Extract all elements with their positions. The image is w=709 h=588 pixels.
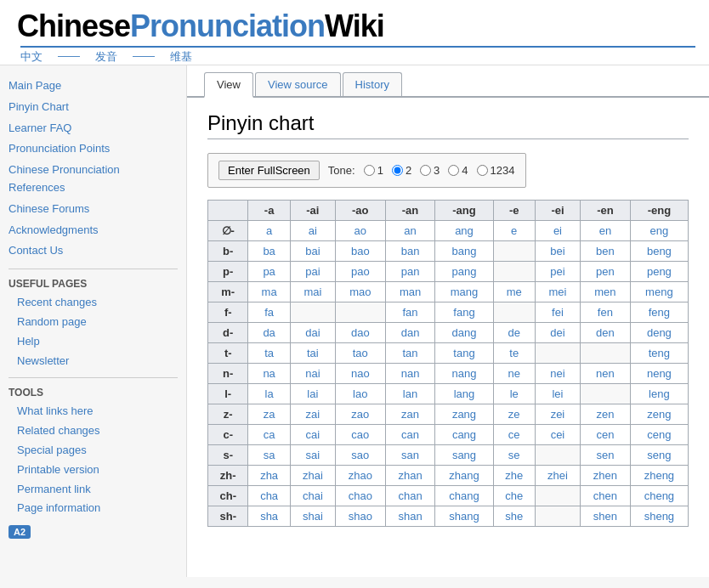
table-cell[interactable]: fen bbox=[581, 302, 631, 323]
table-cell[interactable]: peng bbox=[630, 262, 688, 282]
table-cell[interactable]: mao bbox=[335, 282, 385, 302]
table-cell[interactable]: che bbox=[493, 486, 535, 506]
table-cell[interactable]: zao bbox=[335, 404, 385, 425]
table-cell[interactable]: zai bbox=[290, 404, 335, 425]
tone-option-2[interactable]: 2 bbox=[392, 164, 411, 177]
tone-radio-2[interactable] bbox=[392, 165, 403, 176]
table-cell[interactable]: sao bbox=[335, 445, 385, 466]
table-cell[interactable]: e bbox=[493, 221, 535, 241]
table-cell[interactable]: te bbox=[493, 343, 535, 364]
table-cell[interactable]: man bbox=[385, 282, 435, 302]
table-cell[interactable]: nei bbox=[535, 364, 580, 384]
table-cell[interactable]: dan bbox=[385, 323, 435, 343]
table-cell[interactable]: nen bbox=[581, 364, 631, 384]
table-cell[interactable]: cha bbox=[248, 486, 290, 506]
table-cell[interactable]: bei bbox=[535, 241, 580, 262]
tone-radio-1234[interactable] bbox=[477, 165, 488, 176]
table-cell[interactable]: za bbox=[248, 404, 290, 425]
table-cell[interactable]: zhai bbox=[290, 466, 335, 486]
sidebar-item-main-page[interactable]: Main Page bbox=[9, 76, 178, 97]
table-cell[interactable]: nang bbox=[435, 364, 493, 384]
table-cell[interactable]: ce bbox=[493, 425, 535, 445]
sidebar-item-special-pages[interactable]: Special pages bbox=[9, 441, 178, 461]
tone-option-3[interactable]: 3 bbox=[420, 164, 440, 177]
table-cell[interactable]: da bbox=[248, 323, 290, 343]
table-cell[interactable]: pei bbox=[535, 262, 580, 282]
table-cell[interactable]: den bbox=[581, 323, 631, 343]
table-cell[interactable]: mei bbox=[535, 282, 580, 302]
tone-option-1234[interactable]: 1234 bbox=[477, 164, 515, 177]
table-cell[interactable]: deng bbox=[630, 323, 688, 343]
table-cell[interactable]: zan bbox=[385, 404, 435, 425]
table-cell[interactable]: lang bbox=[435, 384, 493, 404]
table-cell[interactable]: dai bbox=[290, 323, 335, 343]
table-cell[interactable]: sang bbox=[435, 445, 493, 466]
tone-radio-1[interactable] bbox=[364, 165, 375, 176]
sidebar-item-permanent-link[interactable]: Permanent link bbox=[9, 480, 178, 500]
tone-option-1[interactable]: 1 bbox=[364, 164, 383, 177]
sidebar-item-printable-version[interactable]: Printable version bbox=[9, 461, 178, 480]
table-cell[interactable]: chen bbox=[581, 486, 631, 506]
sidebar-item-pronunciation-points[interactable]: Pronunciation Points bbox=[9, 139, 178, 160]
sidebar-item-related-changes[interactable]: Related changes bbox=[9, 421, 178, 441]
table-cell[interactable]: shan bbox=[385, 506, 435, 527]
table-cell[interactable]: meng bbox=[630, 282, 688, 302]
sidebar-item-help[interactable]: Help bbox=[9, 332, 178, 352]
table-cell[interactable]: teng bbox=[630, 343, 688, 364]
table-cell[interactable]: ang bbox=[435, 221, 493, 241]
table-cell[interactable]: zheng bbox=[630, 466, 688, 486]
table-cell[interactable]: nai bbox=[290, 364, 335, 384]
table-cell[interactable]: la bbox=[248, 384, 290, 404]
sidebar-item-chinese-pronunciation-references[interactable]: Chinese Pronunciation References bbox=[9, 160, 178, 199]
table-cell[interactable]: pa bbox=[248, 262, 290, 282]
table-cell[interactable]: cang bbox=[435, 425, 493, 445]
table-cell[interactable]: shen bbox=[581, 506, 631, 527]
table-cell[interactable]: pai bbox=[290, 262, 335, 282]
table-cell[interactable]: seng bbox=[630, 445, 688, 466]
tab-view[interactable]: View bbox=[204, 72, 253, 98]
table-cell[interactable]: pan bbox=[385, 262, 435, 282]
table-cell[interactable]: zei bbox=[535, 404, 580, 425]
sidebar-item-newsletter[interactable]: Newsletter bbox=[9, 352, 178, 371]
table-cell[interactable]: shao bbox=[335, 506, 385, 527]
sidebar-item-chinese-forums[interactable]: Chinese Forums bbox=[9, 199, 178, 220]
sidebar-item-acknowledgments[interactable]: Acknowledgments bbox=[9, 220, 178, 241]
table-cell[interactable]: dao bbox=[335, 323, 385, 343]
table-cell[interactable]: ei bbox=[535, 221, 580, 241]
tab-history[interactable]: History bbox=[343, 72, 402, 96]
table-cell[interactable]: ze bbox=[493, 404, 535, 425]
table-cell[interactable]: beng bbox=[630, 241, 688, 262]
table-cell[interactable]: me bbox=[493, 282, 535, 302]
table-cell[interactable]: sheng bbox=[630, 506, 688, 527]
table-cell[interactable]: she bbox=[493, 506, 535, 527]
table-cell[interactable]: nan bbox=[385, 364, 435, 384]
table-cell[interactable]: bao bbox=[335, 241, 385, 262]
table-cell[interactable]: sa bbox=[248, 445, 290, 466]
table-cell[interactable]: tan bbox=[385, 343, 435, 364]
tone-radio-3[interactable] bbox=[420, 165, 431, 176]
table-cell[interactable]: can bbox=[385, 425, 435, 445]
table-cell[interactable]: chan bbox=[385, 486, 435, 506]
table-cell[interactable]: de bbox=[493, 323, 535, 343]
table-cell[interactable]: zhan bbox=[385, 466, 435, 486]
table-cell[interactable]: fan bbox=[385, 302, 435, 323]
table-cell[interactable]: ba bbox=[248, 241, 290, 262]
sidebar-item-pinyin-chart[interactable]: Pinyin Chart bbox=[9, 97, 178, 118]
table-cell[interactable]: ben bbox=[581, 241, 631, 262]
fullscreen-button[interactable]: Enter FullScreen bbox=[218, 161, 320, 180]
table-cell[interactable]: cao bbox=[335, 425, 385, 445]
table-cell[interactable]: zhao bbox=[335, 466, 385, 486]
table-cell[interactable]: a bbox=[248, 221, 290, 241]
table-cell[interactable]: cheng bbox=[630, 486, 688, 506]
sidebar-item-what-links-here[interactable]: What links here bbox=[9, 402, 178, 421]
table-cell[interactable]: chao bbox=[335, 486, 385, 506]
table-cell[interactable]: pao bbox=[335, 262, 385, 282]
table-cell[interactable]: nao bbox=[335, 364, 385, 384]
table-cell[interactable]: ta bbox=[248, 343, 290, 364]
table-cell[interactable]: zhei bbox=[535, 466, 580, 486]
table-cell[interactable]: tao bbox=[335, 343, 385, 364]
sidebar-item-recent-changes[interactable]: Recent changes bbox=[9, 293, 178, 313]
table-cell[interactable]: shai bbox=[290, 506, 335, 527]
table-cell[interactable]: dei bbox=[535, 323, 580, 343]
table-cell[interactable]: zang bbox=[435, 404, 493, 425]
